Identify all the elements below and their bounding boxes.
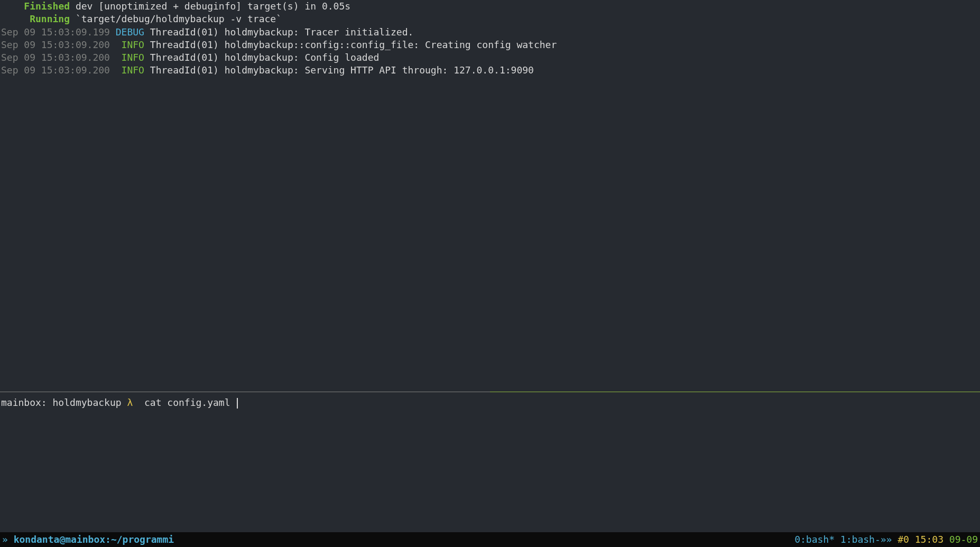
log-ts: Sep 09 15:03:09.200 xyxy=(1,52,110,63)
build-finished-line: Finished dev [unoptimized + debuginfo] t… xyxy=(0,0,980,13)
log-ts: Sep 09 15:03:09.199 xyxy=(1,26,110,38)
prompt-command[interactable]: cat config.yaml xyxy=(144,397,230,408)
cursor xyxy=(237,398,238,409)
log-module: holdmybackup: xyxy=(225,64,299,76)
log-msg: Serving HTTP API through: 127.0.0.1:9090 xyxy=(304,64,533,76)
log-msg: Tracer initialized. xyxy=(304,26,413,38)
log-level: INFO xyxy=(122,39,144,50)
log-thread: ThreadId(01) xyxy=(150,39,219,50)
log-thread: ThreadId(01) xyxy=(150,64,219,76)
log-line: Sep 09 15:03:09.199 DEBUG ThreadId(01) h… xyxy=(0,26,980,39)
log-ts: Sep 09 15:03:09.200 xyxy=(1,64,110,76)
log-level: DEBUG xyxy=(116,26,144,38)
terminal-bottom-pane[interactable]: mainbox: holdmybackup λ cat config.yaml xyxy=(0,392,980,532)
log-level: INFO xyxy=(122,64,144,76)
log-level: INFO xyxy=(122,52,144,63)
finished-label: Finished xyxy=(24,1,70,12)
tmux-status-bar[interactable]: » kondanta@mainbox:~/programmi 0:bash* 1… xyxy=(0,532,980,547)
running-label: Running xyxy=(30,13,70,24)
log-ts: Sep 09 15:03:09.200 xyxy=(1,39,110,50)
status-arrow-icon: » xyxy=(2,533,8,546)
status-right: 0:bash* 1:bash-»» #0 15:03 09-09 xyxy=(794,533,978,546)
log-line: Sep 09 15:03:09.200 INFO ThreadId(01) ho… xyxy=(0,39,980,51)
status-hash: # xyxy=(898,533,903,546)
status-date: 09-09 xyxy=(949,533,978,546)
status-tabs[interactable]: 0:bash* 1:bash-»» xyxy=(794,533,892,546)
status-left: » kondanta@mainbox:~/programmi xyxy=(2,533,174,546)
log-module: holdmybackup: xyxy=(225,26,299,38)
build-running-line: Running `target/debug/holdmybackup -v tr… xyxy=(0,13,980,25)
log-line: Sep 09 15:03:09.200 INFO ThreadId(01) ho… xyxy=(0,51,980,64)
log-thread: ThreadId(01) xyxy=(150,26,219,38)
log-msg: Config loaded xyxy=(304,52,379,63)
status-host: kondanta@mainbox:~/programmi xyxy=(14,533,174,546)
log-thread: ThreadId(01) xyxy=(150,52,219,63)
status-window-idx: 0 xyxy=(903,533,909,546)
log-msg: Creating config watcher xyxy=(425,39,557,50)
log-output: Sep 09 15:03:09.199 DEBUG ThreadId(01) h… xyxy=(0,26,980,77)
log-module: holdmybackup::config::config_file: xyxy=(225,39,419,50)
status-time: 15:03 xyxy=(915,533,944,546)
running-text: `target/debug/holdmybackup -v trace` xyxy=(70,13,282,24)
prompt-host-path: mainbox: holdmybackup xyxy=(1,397,122,408)
shell-prompt-line[interactable]: mainbox: holdmybackup λ cat config.yaml xyxy=(1,392,979,409)
terminal-top-pane[interactable]: Finished dev [unoptimized + debuginfo] t… xyxy=(0,0,980,392)
prompt-lambda: λ xyxy=(127,397,133,408)
log-module: holdmybackup: xyxy=(225,52,299,63)
log-line: Sep 09 15:03:09.200 INFO ThreadId(01) ho… xyxy=(0,64,980,77)
finished-text: dev [unoptimized + debuginfo] target(s) … xyxy=(70,1,350,12)
